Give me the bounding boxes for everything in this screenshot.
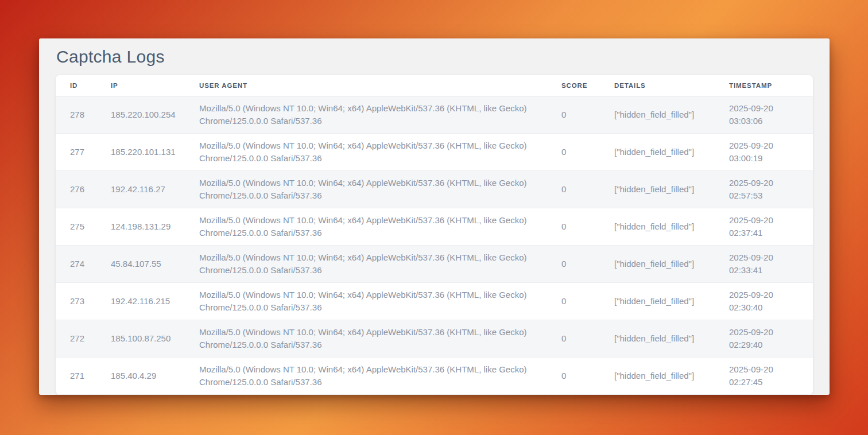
- table-row: 278 185.220.100.254 Mozilla/5.0 (Windows…: [56, 96, 813, 134]
- cell-user-agent: Mozilla/5.0 (Windows NT 10.0; Win64; x64…: [199, 177, 561, 202]
- cell-score: 0: [561, 370, 614, 382]
- cell-id: 277: [70, 146, 111, 158]
- column-header-user-agent: USER AGENT: [199, 82, 561, 89]
- cell-timestamp: 2025-09-20 02:37:41: [729, 214, 813, 239]
- table-row: 275 124.198.131.29 Mozilla/5.0 (Windows …: [56, 208, 813, 246]
- cell-ip: 192.42.116.27: [111, 183, 199, 196]
- cell-id: 271: [70, 370, 111, 382]
- column-header-ip: IP: [111, 82, 199, 89]
- cell-id: 278: [70, 108, 111, 121]
- cell-user-agent: Mozilla/5.0 (Windows NT 10.0; Win64; x64…: [199, 102, 561, 127]
- cell-ip: 185.40.4.29: [111, 370, 199, 382]
- cell-user-agent: Mozilla/5.0 (Windows NT 10.0; Win64; x64…: [199, 214, 561, 239]
- table-row: 276 192.42.116.27 Mozilla/5.0 (Windows N…: [56, 171, 813, 208]
- table-row: 274 45.84.107.55 Mozilla/5.0 (Windows NT…: [56, 246, 813, 283]
- cell-score: 0: [561, 258, 614, 270]
- table-row: 272 185.100.87.250 Mozilla/5.0 (Windows …: [56, 320, 813, 358]
- cell-timestamp: 2025-09-20 02:57:53: [729, 177, 813, 202]
- cell-timestamp: 2025-09-20 02:33:41: [729, 251, 813, 277]
- cell-ip: 185.100.87.250: [111, 332, 199, 345]
- page-title: Captcha Logs: [39, 38, 830, 75]
- cell-details: ["hidden_field_filled"]: [614, 332, 729, 345]
- table-row: 277 185.220.101.131 Mozilla/5.0 (Windows…: [56, 134, 813, 171]
- cell-timestamp: 2025-09-20 02:27:45: [729, 363, 813, 389]
- cell-id: 274: [70, 258, 111, 270]
- cell-score: 0: [561, 108, 614, 121]
- cell-timestamp: 2025-09-20 03:03:06: [729, 102, 813, 127]
- cell-ip: 45.84.107.55: [111, 258, 199, 270]
- cell-score: 0: [561, 183, 614, 196]
- cell-details: ["hidden_field_filled"]: [614, 370, 729, 382]
- cell-user-agent: Mozilla/5.0 (Windows NT 10.0; Win64; x64…: [199, 326, 561, 351]
- page-background: Captcha Logs ID IP USER AGENT SCORE DETA…: [0, 0, 868, 435]
- cell-ip: 192.42.116.215: [111, 295, 199, 308]
- table-row: 271 185.40.4.29 Mozilla/5.0 (Windows NT …: [56, 358, 813, 395]
- cell-timestamp: 2025-09-20 03:00:19: [729, 139, 813, 165]
- captcha-logs-card: Captcha Logs ID IP USER AGENT SCORE DETA…: [39, 38, 830, 395]
- cell-details: ["hidden_field_filled"]: [614, 108, 729, 121]
- column-header-details: DETAILS: [614, 82, 729, 89]
- table-row: 273 192.42.116.215 Mozilla/5.0 (Windows …: [56, 283, 813, 320]
- cell-ip: 185.220.100.254: [111, 108, 199, 121]
- column-header-score: SCORE: [561, 82, 614, 89]
- cell-timestamp: 2025-09-20 02:29:40: [729, 326, 813, 351]
- cell-score: 0: [561, 332, 614, 345]
- table-body: 278 185.220.100.254 Mozilla/5.0 (Windows…: [56, 96, 813, 395]
- column-header-id: ID: [70, 82, 111, 89]
- cell-details: ["hidden_field_filled"]: [614, 146, 729, 158]
- column-header-timestamp: TIMESTAMP: [729, 82, 813, 89]
- cell-id: 272: [70, 332, 111, 345]
- cell-score: 0: [561, 220, 614, 233]
- cell-user-agent: Mozilla/5.0 (Windows NT 10.0; Win64; x64…: [199, 289, 561, 314]
- cell-details: ["hidden_field_filled"]: [614, 295, 729, 308]
- cell-id: 276: [70, 183, 111, 196]
- cell-id: 273: [70, 295, 111, 308]
- cell-details: ["hidden_field_filled"]: [614, 183, 729, 196]
- cell-details: ["hidden_field_filled"]: [614, 220, 729, 233]
- cell-user-agent: Mozilla/5.0 (Windows NT 10.0; Win64; x64…: [199, 251, 561, 277]
- cell-ip: 185.220.101.131: [111, 146, 199, 158]
- cell-details: ["hidden_field_filled"]: [614, 258, 729, 270]
- cell-score: 0: [561, 146, 614, 158]
- captcha-logs-table: ID IP USER AGENT SCORE DETAILS TIMESTAMP…: [56, 75, 813, 395]
- cell-user-agent: Mozilla/5.0 (Windows NT 10.0; Win64; x64…: [199, 139, 561, 165]
- table-header-row: ID IP USER AGENT SCORE DETAILS TIMESTAMP: [56, 75, 813, 96]
- cell-user-agent: Mozilla/5.0 (Windows NT 10.0; Win64; x64…: [199, 363, 561, 389]
- cell-ip: 124.198.131.29: [111, 220, 199, 233]
- cell-score: 0: [561, 295, 614, 308]
- cell-id: 275: [70, 220, 111, 233]
- cell-timestamp: 2025-09-20 02:30:40: [729, 289, 813, 314]
